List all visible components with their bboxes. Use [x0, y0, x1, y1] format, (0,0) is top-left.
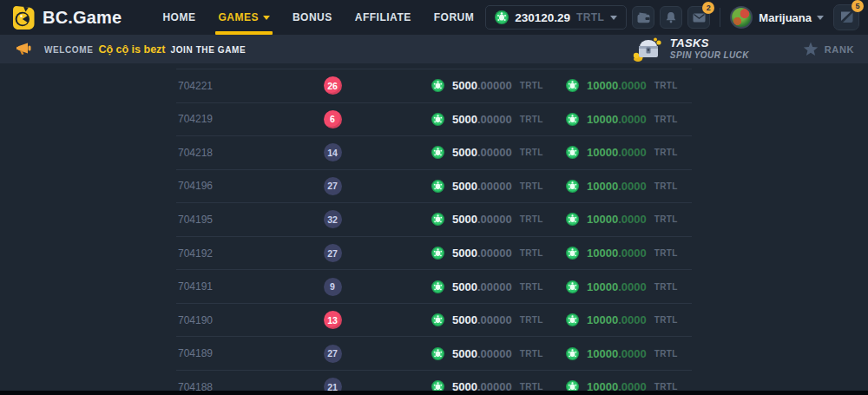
result-badge: 27 [324, 345, 342, 363]
result-badge: 32 [324, 210, 342, 228]
notifications-button[interactable] [660, 6, 682, 29]
result-badge-cell: 13 [298, 311, 367, 329]
result-badge: 9 [324, 278, 342, 296]
user-avatar[interactable] [730, 6, 753, 29]
bet-id: 704191 [176, 280, 298, 293]
chat-button[interactable]: 5 [833, 4, 859, 30]
bottom-edge-strip [0, 391, 868, 395]
mail-button[interactable]: 2 [687, 6, 710, 29]
announcement-bar: WELCOME Cộ cộ is bezt JOIN THE GAME [0, 35, 868, 63]
table-row[interactable]: 704219 6 5000.00000 [176, 102, 692, 136]
nav-label: HOME [162, 11, 195, 23]
chat-count-badge: 5 [852, 0, 864, 12]
win-amount-cell: 10000.0000 TRTL [566, 180, 692, 193]
result-badge-cell: 14 [298, 143, 367, 161]
table-row[interactable]: 704195 32 5000.0000 [176, 202, 692, 236]
bet-amount: 5000.00000 [452, 180, 512, 193]
result-badge-cell: 27 [298, 244, 367, 262]
bc-game-page: BC.Game HOME GAMES BONUS AFFILIATE FORUM [0, 0, 868, 395]
bet-amount-cell: 5000.00000 TRTL [367, 180, 566, 193]
win-amount-cell: 10000.0000 TRTL [566, 113, 692, 126]
bet-currency: TRTL [520, 181, 543, 191]
main-nav: HOME GAMES BONUS AFFILIATE FORUM [151, 0, 485, 35]
nav-item-games[interactable]: GAMES [207, 0, 281, 35]
brand-name: BC.Game [43, 8, 122, 28]
win-amount-cell: 10000.0000 TRTL [566, 313, 692, 326]
trtl-coin-icon [431, 180, 444, 193]
bet-amount-cell: 5000.00000 TRTL [367, 347, 566, 360]
balance-currency: TRTL [576, 11, 604, 23]
nav-item-home[interactable]: HOME [151, 0, 207, 35]
bet-amount-cell: 5000.00000 TRTL [367, 280, 566, 293]
win-currency: TRTL [654, 315, 678, 325]
win-amount: 10000.0000 [587, 280, 647, 293]
table-row[interactable]: 704196 27 5000.0000 [176, 169, 692, 203]
result-badge: 27 [324, 244, 342, 262]
trtl-coin-icon [431, 280, 444, 293]
result-badge-cell: 9 [298, 278, 367, 296]
bet-amount-cell: 5000.00000 TRTL [367, 79, 566, 92]
tasks-widget[interactable]: TASKS SPIN YOUR LUCK [631, 36, 749, 63]
trtl-coin-icon [495, 10, 509, 24]
bet-id: 704196 [176, 180, 298, 192]
welcome-message[interactable]: WELCOME Cộ cộ is bezt JOIN THE GAME [44, 43, 246, 56]
table-row[interactable]: 704191 9 5000.00000 [176, 269, 692, 303]
table-row[interactable]: 704221 26 5000.0000 [176, 69, 692, 102]
win-currency: TRTL [654, 282, 678, 292]
navbar-right: 230120.29 TRTL [485, 4, 859, 30]
win-amount: 10000.0000 [587, 146, 647, 159]
navbar-divider [720, 8, 720, 27]
bet-currency: TRTL [520, 282, 543, 292]
nav-item-bonus[interactable]: BONUS [281, 0, 344, 35]
mail-icon [693, 13, 706, 23]
trtl-coin-icon [566, 146, 579, 159]
wallet-balance-selector[interactable]: 230120.29 TRTL [485, 5, 627, 30]
bet-id: 704192 [176, 247, 298, 260]
bet-currency: TRTL [520, 81, 543, 90]
result-badge-cell: 26 [298, 76, 367, 95]
bet-currency: TRTL [520, 315, 543, 325]
trtl-coin-icon [431, 146, 444, 159]
win-currency: TRTL [654, 148, 678, 157]
result-badge: 13 [324, 311, 342, 329]
rank-label: RANK [825, 44, 854, 55]
username[interactable]: Marijuana [759, 11, 812, 24]
win-currency: TRTL [654, 181, 678, 191]
bet-amount: 5000.00000 [452, 146, 512, 159]
bet-amount: 5000.00000 [452, 113, 512, 126]
bet-amount-cell: 5000.00000 TRTL [367, 146, 566, 159]
table-row[interactable]: 704190 13 5000.0000 [176, 303, 692, 337]
win-amount: 10000.0000 [587, 113, 647, 126]
bet-currency: TRTL [520, 115, 543, 124]
wallet-button[interactable] [632, 6, 654, 29]
bet-id: 704219 [176, 113, 298, 125]
trtl-coin-icon [566, 113, 579, 126]
win-amount: 10000.0000 [587, 180, 647, 193]
nav-item-forum[interactable]: FORUM [423, 0, 486, 35]
bet-amount: 5000.00000 [452, 247, 512, 260]
bc-game-logo-icon [11, 5, 35, 30]
brand-logo[interactable]: BC.Game [11, 5, 122, 30]
bet-id: 704195 [176, 214, 298, 226]
mail-count-badge: 2 [702, 2, 714, 14]
trtl-coin-icon [566, 247, 579, 260]
win-amount: 10000.0000 [587, 347, 647, 360]
table-row[interactable]: 704218 14 5000.0000 [176, 135, 692, 169]
wallet-icon [637, 12, 650, 23]
rank-widget[interactable]: RANK [803, 42, 854, 56]
bet-amount-cell: 5000.00000 TRTL [367, 313, 566, 326]
result-badge: 26 [324, 76, 342, 95]
bet-amount-cell: 5000.00000 TRTL [367, 213, 566, 226]
bet-amount: 5000.00000 [452, 79, 512, 92]
bets-table: 704221 26 5000.0000 [176, 69, 692, 395]
chevron-down-icon[interactable] [817, 16, 824, 20]
trtl-coin-icon [431, 247, 444, 260]
result-badge-cell: 27 [298, 345, 367, 363]
nav-item-affiliate[interactable]: AFFILIATE [344, 0, 423, 35]
trtl-coin-icon [566, 280, 579, 293]
trtl-coin-icon [566, 347, 579, 360]
table-row[interactable]: 704189 27 5000.0000 [176, 336, 692, 370]
table-row[interactable]: 704192 27 5000.0000 [176, 236, 692, 270]
bet-amount-cell: 5000.00000 TRTL [367, 113, 566, 126]
win-currency: TRTL [654, 115, 678, 124]
